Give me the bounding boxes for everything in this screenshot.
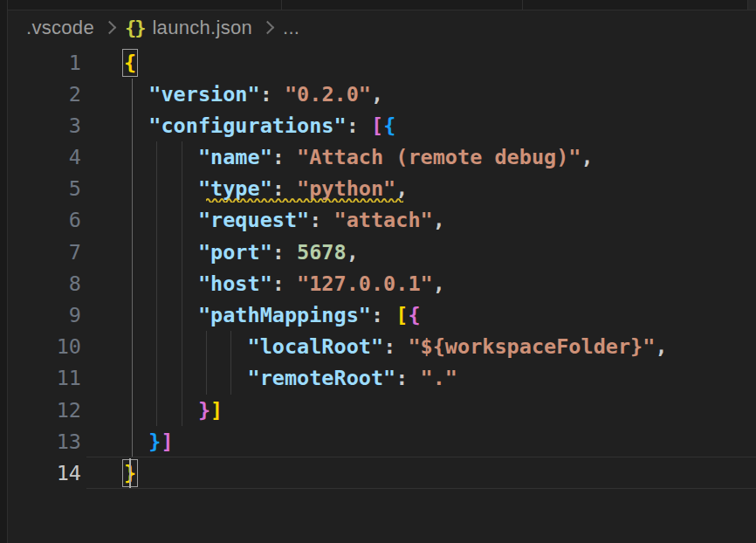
breadcrumb-folder[interactable]: .vscode xyxy=(26,17,94,39)
token-pun: , xyxy=(347,240,359,265)
token-key: "name" xyxy=(198,145,272,169)
token-ws xyxy=(124,176,198,201)
line-number-13[interactable]: 13 xyxy=(8,426,81,457)
code-line-9[interactable]: 9 "pathMappings": [{ xyxy=(8,299,756,331)
token-b2: ] xyxy=(161,430,173,454)
token-ws xyxy=(124,113,148,138)
token-b2: [ xyxy=(371,113,383,138)
editor-left-gutter-strip xyxy=(0,0,8,543)
token-str: "." xyxy=(421,366,457,390)
editor-tab-strip xyxy=(8,0,756,10)
code-line-10[interactable]: 10 "localRoot": "${workspaceFolder}", xyxy=(8,331,756,362)
code-text: "type": "python", xyxy=(124,176,408,201)
token-str: "attach" xyxy=(334,208,433,232)
token-ws xyxy=(124,430,148,454)
code-line-3[interactable]: 3 "configurations": [{ xyxy=(8,110,756,141)
code-line-7[interactable]: 7 "port": 5678, xyxy=(8,237,756,268)
line-number-10[interactable]: 10 xyxy=(8,331,81,362)
line-number-3[interactable]: 3 xyxy=(8,110,81,141)
token-pun: : xyxy=(272,145,297,169)
line-number-1[interactable]: 1 xyxy=(8,47,81,79)
token-pun: : xyxy=(272,240,297,265)
token-ws xyxy=(124,398,198,423)
code-line-6[interactable]: 6 "request": "attach", xyxy=(8,204,756,236)
code-text: "localRoot": "${workspaceFolder}", xyxy=(124,334,668,359)
token-pun: : xyxy=(260,82,285,107)
token-pun: , xyxy=(371,82,383,107)
line-number-12[interactable]: 12 xyxy=(8,395,81,426)
line-number-4[interactable]: 4 xyxy=(8,141,81,173)
code-line-13[interactable]: 13 }] xyxy=(8,426,756,457)
code-line-4[interactable]: 4 "name": "Attach (remote debug)", xyxy=(8,141,756,173)
token-key: "configurations" xyxy=(148,113,346,138)
breadcrumb-symbol-placeholder[interactable]: ... xyxy=(283,17,299,39)
code-editor[interactable]: 1{2 "version": "0.2.0",3 "configurations… xyxy=(8,44,756,543)
line-number-9[interactable]: 9 xyxy=(8,299,81,331)
token-pun: , xyxy=(655,334,667,359)
indent-guides xyxy=(132,426,481,457)
token-ws xyxy=(124,272,198,296)
matched-bracket: { xyxy=(124,51,136,75)
code-line-1[interactable]: 1{ xyxy=(8,47,756,79)
code-text: "request": "attach", xyxy=(124,208,445,232)
token-b1: [ xyxy=(395,303,408,327)
code-text: "pathMappings": [{ xyxy=(124,303,421,327)
token-pun: : xyxy=(371,303,395,327)
line-number-14[interactable]: 14 xyxy=(8,457,81,489)
code-line-14[interactable]: 14} xyxy=(8,457,756,489)
token-key: "request" xyxy=(198,208,309,232)
code-text: "port": 5678, xyxy=(124,240,359,265)
breadcrumb-file[interactable]: launch.json xyxy=(152,17,252,39)
token-num: 5678 xyxy=(297,240,347,265)
token-key: "host" xyxy=(198,272,272,296)
token-b3: } xyxy=(148,430,161,454)
code-line-5[interactable]: 5 "type": "python", xyxy=(8,173,756,204)
code-text: }] xyxy=(124,430,174,454)
token-str: "0.2.0" xyxy=(285,82,371,107)
code-line-11[interactable]: 11 "remoteRoot": "." xyxy=(8,362,756,394)
breadcrumb: .vscode {} launch.json ... xyxy=(8,11,756,44)
token-pun: : xyxy=(395,366,420,390)
token-key: "localRoot" xyxy=(247,334,383,359)
token-pun: , xyxy=(433,208,445,232)
token-key: "remoteRoot" xyxy=(247,366,395,390)
line-number-11[interactable]: 11 xyxy=(8,362,81,394)
line-number-7[interactable]: 7 xyxy=(8,237,81,268)
code-line-8[interactable]: 8 "host": "127.0.0.1", xyxy=(8,268,756,299)
tab-separator xyxy=(522,0,523,10)
token-pun: , xyxy=(581,145,594,169)
token-pun: : xyxy=(347,113,371,138)
token-b1: ] xyxy=(210,398,223,423)
code-text: "version": "0.2.0", xyxy=(124,82,383,107)
token-pun: , xyxy=(433,272,445,296)
token-key: "port" xyxy=(198,240,272,265)
line-number-2[interactable]: 2 xyxy=(8,79,81,110)
line-number-8[interactable]: 8 xyxy=(8,268,81,299)
json-file-icon: {} xyxy=(125,17,145,38)
line-number-6[interactable]: 6 xyxy=(8,204,81,236)
token-pun: : xyxy=(272,176,297,201)
current-line-highlight xyxy=(86,457,756,489)
code-text: "configurations": [{ xyxy=(124,113,395,138)
code-text: "remoteRoot": "." xyxy=(124,366,457,390)
token-key: "pathMappings" xyxy=(198,303,371,327)
token-str: "Attach (remote debug)" xyxy=(297,145,581,169)
token-str: "python" xyxy=(297,176,395,201)
code-text: "name": "Attach (remote debug)", xyxy=(124,145,594,169)
chevron-right-icon xyxy=(261,21,275,35)
token-b2: } xyxy=(198,398,210,423)
token-b3: { xyxy=(383,113,395,138)
token-str: "${workspaceFolder}" xyxy=(408,334,655,359)
code-line-12[interactable]: 12 }] xyxy=(8,395,756,426)
tab-strip-end xyxy=(747,0,756,10)
token-str: "127.0.0.1" xyxy=(297,272,433,296)
code-line-2[interactable]: 2 "version": "0.2.0", xyxy=(8,79,756,110)
line-number-5[interactable]: 5 xyxy=(8,173,81,204)
token-b2: { xyxy=(408,303,420,327)
token-ws xyxy=(124,145,198,169)
token-pun: : xyxy=(383,334,408,359)
token-key: "type" xyxy=(198,176,272,201)
code-text: }] xyxy=(124,398,223,423)
text-cursor xyxy=(129,458,132,488)
token-ws xyxy=(124,334,247,359)
